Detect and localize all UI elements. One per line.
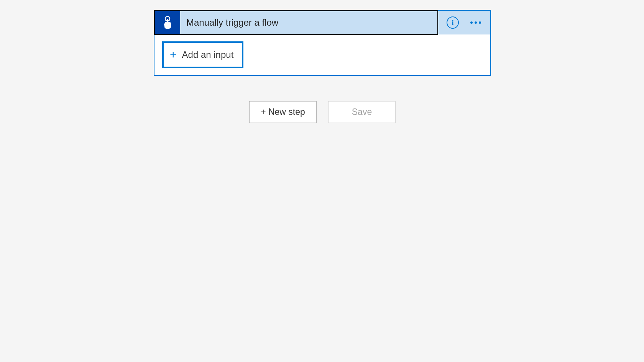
dot-icon [475, 21, 477, 24]
trigger-body: + Add an input [154, 34, 490, 75]
info-button[interactable]: i [447, 16, 459, 29]
add-input-button[interactable]: + Add an input [162, 41, 243, 68]
touch-trigger-icon [160, 15, 175, 30]
trigger-header[interactable]: Manually trigger a flow [154, 10, 438, 35]
new-step-button[interactable]: + New step [249, 101, 317, 123]
trigger-title: Manually trigger a flow [180, 17, 278, 28]
dot-icon [470, 21, 473, 24]
info-icon: i [452, 19, 453, 27]
flow-designer-canvas: Manually trigger a flow i + Add an input… [0, 0, 644, 123]
trigger-header-actions: i [438, 11, 490, 34]
footer-actions: + New step Save [249, 101, 396, 123]
more-menu-button[interactable] [470, 19, 482, 26]
trigger-card: Manually trigger a flow i + Add an input [154, 10, 491, 76]
dot-icon [479, 21, 481, 24]
save-button: Save [328, 101, 396, 123]
add-input-label: Add an input [182, 49, 234, 60]
trigger-header-row: Manually trigger a flow i [154, 11, 490, 34]
trigger-icon-box [155, 11, 180, 34]
plus-icon: + [170, 49, 177, 61]
